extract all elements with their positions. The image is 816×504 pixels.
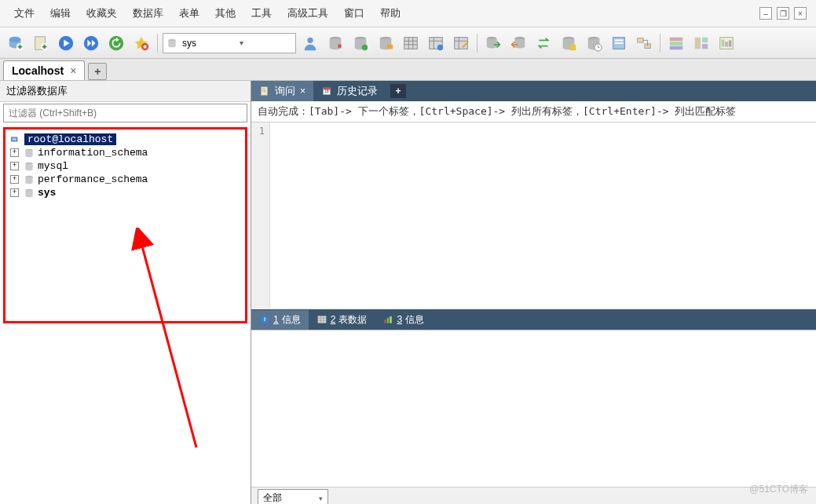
view2-icon[interactable] [690, 32, 712, 54]
table1-icon[interactable] [400, 32, 422, 54]
result-tab-label: 信息 [282, 313, 301, 327]
svg-point-10 [307, 37, 313, 42]
menu-help[interactable]: 帮助 [372, 3, 408, 24]
menu-other[interactable]: 其他 [207, 3, 243, 24]
toolbar-separator [660, 34, 660, 53]
result-tab-num: 1 [273, 314, 279, 325]
chevron-down-icon: ▾ [319, 495, 323, 502]
svg-rect-19 [455, 37, 468, 49]
maximize-button[interactable]: ❐ [777, 7, 789, 20]
expand-icon[interactable]: + [10, 148, 19, 157]
sql-editor[interactable]: 1 [251, 122, 816, 308]
tree-db-row[interactable]: + mysql [9, 159, 242, 173]
tree-db-label: mysql [38, 160, 68, 172]
menu-tools[interactable]: 工具 [243, 3, 280, 24]
database-icon [166, 38, 177, 49]
svg-rect-47 [261, 87, 267, 96]
add-connection-tab[interactable]: + [88, 63, 107, 80]
close-tab-icon[interactable]: × [70, 64, 76, 77]
query-builder-icon[interactable] [633, 32, 655, 54]
autocomplete-hint: 自动完成：[Tab]-> 下一个标签，[Ctrl+Space]-> 列出所有标签… [251, 101, 816, 122]
export1-icon[interactable] [482, 32, 504, 54]
connection-tab-strip: Localhost × + [0, 59, 816, 81]
server-icon [10, 134, 21, 145]
sync-icon[interactable] [532, 32, 554, 54]
menu-edit[interactable]: 编辑 [42, 3, 79, 24]
svg-rect-29 [638, 38, 643, 42]
minimize-button[interactable]: – [759, 7, 772, 20]
backup-icon[interactable] [558, 32, 580, 54]
svg-text:i: i [264, 316, 265, 323]
expand-icon[interactable]: + [10, 162, 19, 170]
view3-icon[interactable] [715, 32, 737, 54]
tree-root-label: root@localhost [24, 133, 116, 145]
svg-rect-42 [12, 137, 16, 141]
menu-database[interactable]: 数据库 [125, 3, 171, 24]
menu-file[interactable]: 文件 [6, 3, 42, 24]
svg-rect-31 [670, 37, 683, 41]
tree-db-row[interactable]: + information_schema [9, 146, 242, 159]
db-action1-icon[interactable] [324, 32, 346, 54]
chevron-down-icon: ▾ [236, 38, 292, 47]
svg-rect-23 [570, 44, 576, 49]
expand-icon[interactable]: + [10, 175, 19, 184]
new-connection-icon[interactable] [5, 32, 27, 54]
schedule-icon[interactable] [583, 32, 605, 54]
result-tab-data[interactable]: 2 表数据 [309, 310, 375, 330]
tree-root-row[interactable]: root@localhost [9, 133, 242, 146]
form-icon[interactable] [608, 32, 630, 54]
expand-icon[interactable]: + [10, 188, 19, 197]
result-tab-info2[interactable]: 3 信息 [375, 310, 432, 330]
result-tab-label: 表数据 [338, 313, 367, 327]
menu-window[interactable]: 窗口 [336, 3, 372, 24]
svg-rect-28 [615, 42, 624, 44]
database-icon [24, 161, 35, 172]
view1-icon[interactable] [665, 32, 687, 54]
main-area: 过滤器数据库 root@localhost + information_sche… [0, 81, 816, 504]
stop-icon[interactable] [130, 32, 152, 54]
table2-icon[interactable] [425, 32, 447, 54]
svg-point-13 [362, 44, 368, 49]
filter-input[interactable] [3, 104, 247, 122]
add-query-tab[interactable]: + [390, 84, 406, 98]
menu-favorites[interactable]: 收藏夹 [79, 3, 125, 24]
execute-all-icon[interactable] [80, 32, 102, 54]
import1-icon[interactable] [507, 32, 529, 54]
tree-db-label: information_schema [38, 147, 148, 159]
svg-rect-55 [385, 320, 386, 323]
result-tab-info[interactable]: i 1 信息 [251, 310, 309, 330]
editor-body[interactable] [270, 122, 816, 308]
close-query-icon[interactable]: × [300, 86, 306, 97]
new-query-icon[interactable] [30, 32, 52, 54]
menu-advanced[interactable]: 高级工具 [280, 3, 336, 24]
history-tab[interactable]: 18 历史记录 [313, 81, 386, 101]
connection-tab[interactable]: Localhost × [3, 60, 85, 80]
database-icon [24, 188, 35, 199]
svg-rect-33 [670, 46, 683, 49]
filter-title: 过滤器数据库 [0, 81, 251, 102]
db-action2-icon[interactable] [349, 32, 371, 54]
tree-db-row[interactable]: + sys [9, 186, 242, 199]
query-tab[interactable]: 询问 × [251, 81, 313, 101]
status-filter-combo[interactable]: 全部 ▾ [258, 489, 328, 504]
query-tab-strip: 询问 × 18 历史记录 + [251, 81, 816, 101]
menubar: 文件 编辑 收藏夹 数据库 表单 其他 工具 高级工具 窗口 帮助 – ❐ × [0, 0, 816, 27]
result-tab-num: 3 [397, 314, 402, 325]
content-area: 询问 × 18 历史记录 + 自动完成：[Tab]-> 下一个标签，[Ctrl+… [251, 81, 816, 504]
toolbar: sys ▾ [0, 27, 816, 59]
db-action3-icon[interactable] [375, 32, 397, 54]
status-bar: 全部 ▾ [251, 487, 816, 504]
database-selector[interactable]: sys ▾ [163, 33, 296, 53]
svg-rect-54 [317, 316, 326, 323]
close-button[interactable]: × [794, 7, 807, 20]
execute-icon[interactable] [55, 32, 77, 54]
svg-rect-32 [670, 42, 683, 46]
refresh-icon[interactable] [105, 32, 127, 54]
connection-tab-label: Localhost [12, 64, 64, 77]
tree-db-row[interactable]: + performance_schema [9, 173, 242, 186]
menu-table[interactable]: 表单 [171, 3, 207, 24]
svg-rect-15 [387, 44, 393, 49]
table3-icon[interactable] [450, 32, 472, 54]
user-icon[interactable] [299, 32, 321, 54]
svg-point-18 [437, 44, 443, 49]
